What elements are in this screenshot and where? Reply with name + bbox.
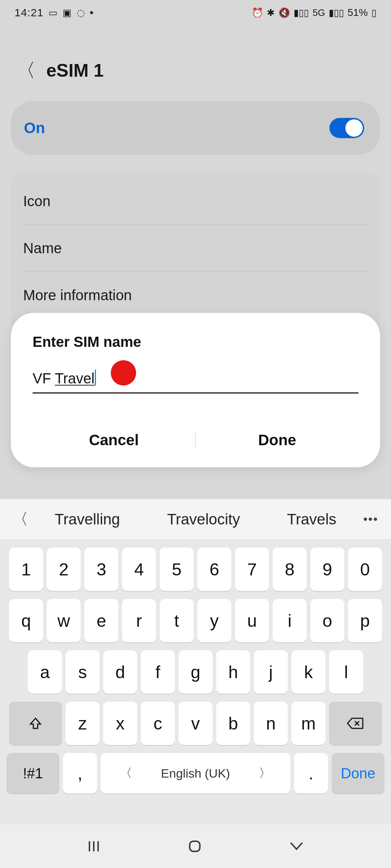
- done-button[interactable]: Done: [196, 431, 358, 449]
- 5g-icon: 5G: [312, 8, 325, 17]
- key-8[interactable]: 8: [273, 548, 307, 591]
- space-language-label: English (UK): [161, 766, 230, 780]
- key-u[interactable]: u: [235, 599, 269, 642]
- key-y[interactable]: y: [197, 599, 231, 642]
- video-icon: ▭: [49, 8, 58, 17]
- nav-home-icon[interactable]: [187, 838, 203, 854]
- signal2-icon: ▮▯▯: [329, 8, 344, 17]
- key-j[interactable]: j: [254, 650, 288, 694]
- sim-toggle[interactable]: [329, 118, 364, 138]
- key-0[interactable]: 0: [348, 548, 382, 591]
- sim-enable-row[interactable]: On: [11, 101, 380, 155]
- battery-text: 51%: [348, 7, 368, 18]
- input-text-underlined: Travel: [55, 370, 95, 386]
- key-z[interactable]: z: [66, 702, 100, 745]
- key-a[interactable]: a: [28, 650, 62, 694]
- cancel-button[interactable]: Cancel: [33, 431, 195, 449]
- svg-rect-0: [190, 841, 200, 851]
- suggestion-back-icon[interactable]: 〈: [9, 509, 31, 530]
- key-9[interactable]: 9: [310, 548, 344, 591]
- key-f[interactable]: f: [141, 650, 175, 694]
- sim-enable-label: On: [24, 119, 45, 137]
- key-k[interactable]: k: [291, 650, 325, 694]
- key-shift[interactable]: [9, 702, 62, 745]
- list-item-name[interactable]: Name: [11, 225, 380, 272]
- suggestion-2[interactable]: Travelocity: [167, 511, 240, 528]
- keyboard: 1 2 3 4 5 6 7 8 9 0 q w e r t y u i o p …: [0, 540, 391, 825]
- battery-icon: ▯: [371, 8, 377, 17]
- alarm-icon: ⏰: [252, 8, 263, 17]
- bluetooth-icon: ✱: [267, 8, 275, 17]
- key-p[interactable]: p: [348, 599, 382, 642]
- back-icon[interactable]: 〈: [17, 58, 35, 83]
- key-s[interactable]: s: [66, 650, 100, 694]
- key-symbols[interactable]: !#1: [7, 753, 59, 793]
- page-title: eSIM 1: [46, 60, 104, 81]
- key-t[interactable]: t: [160, 599, 194, 642]
- key-5[interactable]: 5: [160, 548, 194, 591]
- key-c[interactable]: c: [141, 702, 175, 745]
- key-l[interactable]: l: [329, 650, 363, 694]
- mute-icon: 🔇: [278, 8, 290, 17]
- key-r[interactable]: r: [122, 599, 156, 642]
- key-space[interactable]: 〈 English (UK) 〉: [101, 753, 290, 793]
- suggestion-3[interactable]: Travels: [287, 511, 336, 528]
- key-v[interactable]: v: [178, 702, 213, 745]
- image-icon: ▣: [63, 8, 72, 17]
- key-6[interactable]: 6: [197, 548, 231, 591]
- whatsapp-icon: ◌: [77, 8, 85, 17]
- input-text-prefix: VF: [33, 370, 55, 386]
- shift-icon: [28, 716, 43, 731]
- status-time: 14:21: [14, 7, 43, 19]
- sim-name-input[interactable]: VF Travel: [33, 370, 358, 393]
- key-1[interactable]: 1: [9, 548, 43, 591]
- key-comma[interactable]: ,: [63, 753, 97, 793]
- key-4[interactable]: 4: [122, 548, 156, 591]
- text-cursor: [95, 370, 96, 386]
- nav-recent-icon[interactable]: [86, 838, 102, 854]
- key-7[interactable]: 7: [235, 548, 269, 591]
- key-e[interactable]: e: [84, 599, 118, 642]
- chevron-left-icon: 〈: [120, 765, 132, 782]
- navigation-bar: [0, 825, 391, 868]
- key-o[interactable]: o: [310, 599, 344, 642]
- suggestion-more-icon[interactable]: •••: [360, 512, 382, 526]
- key-n[interactable]: n: [254, 702, 288, 745]
- key-w[interactable]: w: [47, 599, 81, 642]
- backspace-icon: [347, 717, 364, 730]
- list-item-icon[interactable]: Icon: [11, 178, 380, 225]
- key-b[interactable]: b: [216, 702, 250, 745]
- key-m[interactable]: m: [291, 702, 325, 745]
- rename-dialog: Enter SIM name VF Travel Cancel Done: [11, 313, 380, 467]
- key-3[interactable]: 3: [84, 548, 118, 591]
- key-done[interactable]: Done: [332, 753, 384, 793]
- nav-back-icon[interactable]: [288, 838, 305, 854]
- key-period[interactable]: .: [294, 753, 328, 793]
- signal-icon: ▮▯▯: [294, 8, 309, 17]
- page-header: 〈 eSIM 1: [0, 58, 391, 83]
- key-d[interactable]: d: [103, 650, 137, 694]
- dialog-title: Enter SIM name: [33, 334, 358, 350]
- list-item-more[interactable]: More information: [11, 272, 380, 319]
- status-bar: 14:21 ▭ ▣ ◌ ⏰ ✱ 🔇 ▮▯▯ 5G ▮▯▯ 51% ▯: [0, 0, 391, 25]
- key-g[interactable]: g: [178, 650, 213, 694]
- key-backspace[interactable]: [329, 702, 382, 745]
- keyboard-suggestion-bar: 〈 Travelling Travelocity Travels •••: [0, 499, 391, 540]
- chevron-right-icon: 〉: [259, 765, 271, 782]
- more-notifications-icon: [90, 11, 93, 14]
- key-q[interactable]: q: [9, 599, 43, 642]
- touch-indicator-icon: [111, 360, 136, 386]
- key-2[interactable]: 2: [47, 548, 81, 591]
- key-h[interactable]: h: [216, 650, 250, 694]
- suggestion-1[interactable]: Travelling: [55, 511, 120, 528]
- key-i[interactable]: i: [273, 599, 307, 642]
- key-x[interactable]: x: [103, 702, 137, 745]
